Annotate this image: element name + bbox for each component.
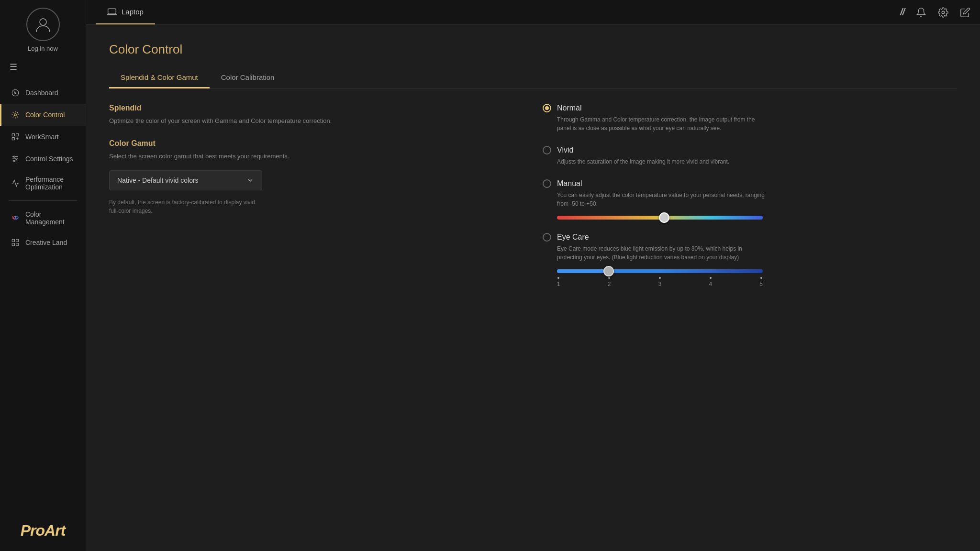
dashboard-icon bbox=[10, 88, 21, 98]
control-settings-icon bbox=[10, 154, 21, 164]
svg-rect-18 bbox=[12, 243, 14, 246]
color-control-icon bbox=[10, 110, 21, 120]
settings-icon[interactable] bbox=[938, 7, 948, 18]
laptop-icon bbox=[107, 7, 117, 17]
tick-label-2: 2 bbox=[608, 281, 611, 287]
sidebar-item-dashboard[interactable]: Dashboard bbox=[0, 82, 86, 104]
color-gamut-section: Color Gamut Select the screen color gamu… bbox=[109, 139, 523, 216]
svg-rect-16 bbox=[12, 239, 14, 242]
notification-icon[interactable] bbox=[916, 7, 926, 18]
eye-care-radio-circle[interactable] bbox=[543, 233, 551, 242]
svg-rect-20 bbox=[108, 9, 116, 14]
splendid-title: Splendid bbox=[109, 104, 523, 112]
sidebar-item-label: WorkSmart bbox=[25, 133, 59, 141]
tick-dot-4 bbox=[710, 277, 712, 279]
vivid-radio-name: Vivid bbox=[557, 146, 573, 154]
user-icon bbox=[33, 15, 53, 34]
tab-splendid-color-gamut[interactable]: Splendid & Color Gamut bbox=[109, 68, 210, 88]
worksmart-icon bbox=[10, 132, 21, 142]
tick-3: 3 bbox=[658, 277, 662, 287]
manual-radio-label[interactable]: Manual bbox=[543, 179, 957, 188]
dropdown-value: Native - Default vivid colors bbox=[117, 176, 199, 184]
splendid-section: Splendid Optimize the color of your scre… bbox=[109, 104, 523, 126]
tick-dot-1 bbox=[557, 277, 559, 279]
svg-point-0 bbox=[40, 19, 46, 25]
sidebar-item-label: Creative Land bbox=[25, 239, 67, 246]
color-gamut-desc: Select the screen color gamut that best … bbox=[109, 152, 523, 161]
sidebar-item-label: Control Settings bbox=[25, 155, 73, 163]
normal-radio-label[interactable]: Normal bbox=[543, 104, 957, 112]
svg-point-11 bbox=[16, 158, 17, 160]
eye-care-slider-thumb[interactable] bbox=[603, 266, 614, 276]
normal-radio-circle[interactable] bbox=[543, 104, 551, 112]
topbar-tab-laptop[interactable]: Laptop bbox=[96, 0, 155, 24]
main-area: Laptop // Color Control Splendid & Color… bbox=[86, 0, 980, 551]
svg-rect-5 bbox=[16, 133, 19, 136]
splendid-desc: Optimize the color of your screen with G… bbox=[109, 116, 523, 126]
svg-rect-17 bbox=[16, 239, 19, 242]
edit-icon[interactable] bbox=[960, 7, 970, 18]
eye-care-slider[interactable] bbox=[557, 269, 763, 273]
vivid-radio-label[interactable]: Vivid bbox=[543, 146, 957, 154]
eye-care-slider-ticks: 1 2 3 4 bbox=[557, 277, 763, 287]
topbar: Laptop // bbox=[86, 0, 980, 25]
sidebar-item-label: Color Management bbox=[25, 210, 77, 226]
radio-option-manual: Manual You can easily adjust the color t… bbox=[543, 179, 957, 220]
manual-radio-circle[interactable] bbox=[543, 179, 551, 188]
eye-care-slider-fill bbox=[557, 269, 609, 273]
tick-dot-2 bbox=[608, 277, 610, 279]
temperature-slider[interactable] bbox=[557, 216, 763, 220]
color-gamut-title: Color Gamut bbox=[109, 139, 523, 148]
color-gamut-dropdown[interactable]: Native - Default vivid colors bbox=[109, 170, 262, 190]
radio-option-vivid: Vivid Adjusts the saturation of the imag… bbox=[543, 146, 957, 166]
asus-logo-text: // bbox=[900, 7, 904, 18]
eye-care-radio-label[interactable]: Eye Care bbox=[543, 233, 957, 242]
sidebar-item-label: Color Control bbox=[25, 111, 65, 119]
temperature-slider-thumb[interactable] bbox=[659, 212, 669, 223]
radio-option-normal: Normal Through Gamma and Color temperatu… bbox=[543, 104, 957, 132]
tick-dot-3 bbox=[659, 277, 661, 279]
topbar-tab-label: Laptop bbox=[122, 8, 144, 16]
creative-land-icon bbox=[10, 237, 21, 248]
divider bbox=[9, 200, 77, 201]
eye-care-radio-name: Eye Care bbox=[557, 233, 589, 242]
asus-logo-icon: // bbox=[900, 7, 904, 18]
vivid-radio-circle[interactable] bbox=[543, 146, 551, 154]
svg-rect-4 bbox=[12, 133, 14, 136]
tick-4: 4 bbox=[709, 277, 712, 287]
sidebar-item-color-control[interactable]: Color Control bbox=[0, 104, 86, 126]
sidebar-item-creative-land[interactable]: Creative Land bbox=[0, 231, 86, 253]
temperature-slider-container bbox=[557, 216, 957, 220]
eye-care-slider-container: 1 2 3 4 bbox=[557, 269, 957, 287]
sidebar-item-worksmart[interactable]: WorkSmart bbox=[0, 126, 86, 148]
tab-color-calibration[interactable]: Color Calibration bbox=[210, 68, 286, 88]
sidebar-item-label: Dashboard bbox=[25, 89, 58, 97]
performance-icon bbox=[10, 178, 21, 188]
normal-radio-name: Normal bbox=[557, 104, 582, 112]
vivid-radio-desc: Adjusts the saturation of the image maki… bbox=[557, 157, 768, 166]
tick-5: 5 bbox=[759, 277, 763, 287]
sidebar-item-performance[interactable]: Performance Optimization bbox=[0, 170, 86, 197]
sidebar: Log in now ☰ Dashboard Color Control Wor… bbox=[0, 0, 86, 551]
menu-icon[interactable]: ☰ bbox=[10, 62, 17, 72]
tab-bar: Splendid & Color Gamut Color Calibration bbox=[109, 68, 957, 88]
tick-label-4: 4 bbox=[709, 281, 712, 287]
manual-radio-name: Manual bbox=[557, 179, 582, 188]
svg-rect-19 bbox=[16, 243, 19, 246]
sidebar-item-color-management[interactable]: Color Management bbox=[0, 205, 86, 231]
svg-point-12 bbox=[13, 160, 15, 162]
color-management-icon bbox=[10, 213, 21, 223]
sidebar-item-control-settings[interactable]: Control Settings bbox=[0, 148, 86, 170]
tick-label-1: 1 bbox=[557, 281, 560, 287]
right-panel: Normal Through Gamma and Color temperatu… bbox=[543, 104, 957, 301]
sidebar-item-label: Performance Optimization bbox=[25, 176, 77, 191]
chevron-down-icon bbox=[246, 176, 254, 184]
left-panel: Splendid Optimize the color of your scre… bbox=[109, 104, 523, 301]
login-label[interactable]: Log in now bbox=[28, 45, 58, 52]
avatar bbox=[26, 8, 60, 41]
content-area: Color Control Splendid & Color Gamut Col… bbox=[86, 25, 980, 551]
dropdown-note: By default, the screen is factory-calibr… bbox=[109, 198, 262, 215]
proart-logo: ProArt bbox=[21, 512, 66, 551]
manual-radio-desc: You can easily adjust the color temperat… bbox=[557, 191, 768, 208]
sidebar-nav: Dashboard Color Control WorkSmart Contro… bbox=[0, 82, 86, 512]
